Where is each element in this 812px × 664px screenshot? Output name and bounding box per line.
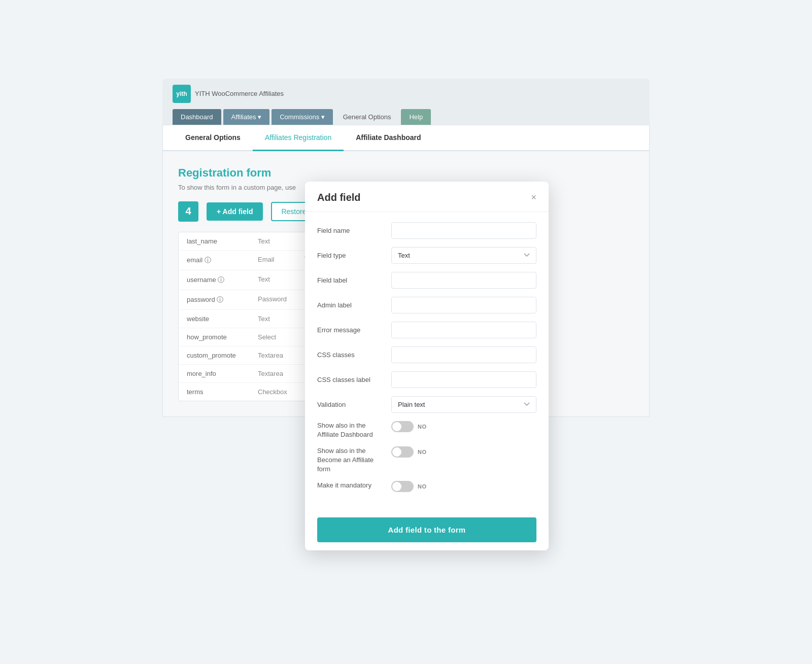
nav-item-commissions[interactable]: Commissions ▾ (272, 109, 333, 125)
mandatory-toggle-label: NO (418, 483, 427, 490)
css-classes-label: CSS classes (317, 351, 383, 359)
nav-item-affiliates[interactable]: Affiliates ▾ (223, 109, 270, 125)
logo-icon: yith (173, 85, 191, 103)
page-title: Registration form (178, 166, 634, 180)
modal-header: Add field × (305, 182, 549, 212)
modal-footer: Add field to the form (305, 509, 549, 550)
tab-general-options[interactable]: General Options (173, 125, 253, 151)
field-label-row: Field label (317, 272, 536, 289)
admin-label-input[interactable] (391, 297, 536, 313)
validation-label: Validation (317, 401, 383, 408)
show-become-toggle-container: NO (391, 446, 427, 458)
add-field-to-form-button[interactable]: Add field to the form (317, 517, 536, 542)
field-name-input[interactable] (391, 222, 536, 239)
show-affiliate-toggle[interactable] (391, 421, 414, 432)
show-affiliate-label: Show also in theAffiliate Dashboard (317, 421, 383, 439)
admin-bar: yith YITH WooCommerce Affiliates (162, 79, 650, 109)
tab-affiliates-registration[interactable]: Affiliates Registration (253, 125, 344, 151)
show-become-label: Show also in theBecome an Affiliateform (317, 446, 383, 474)
tab-affiliate-dashboard[interactable]: Affiliate Dashboard (344, 125, 433, 151)
error-message-row: Error message (317, 322, 536, 338)
field-type-row: Field type Text Email Password Textarea … (317, 247, 536, 264)
mandatory-toggle-container: NO (391, 481, 427, 492)
nav-item-help[interactable]: Help (401, 109, 431, 125)
error-message-label: Error message (317, 326, 383, 334)
modal-title: Add field (317, 192, 361, 203)
mandatory-row: Make it mandatory NO (317, 481, 536, 492)
field-type-label: Field type (317, 252, 383, 259)
validation-select[interactable]: Plain text Email URL Number (391, 396, 536, 413)
error-message-input[interactable] (391, 322, 536, 338)
css-classes-row: CSS classes (317, 346, 536, 363)
css-classes-label-row: CSS classes label (317, 371, 536, 388)
modal-body: Field name Field type Text Email Passwor… (305, 212, 549, 510)
field-label-input[interactable] (391, 272, 536, 289)
css-classes-label-input[interactable] (391, 371, 536, 388)
add-field-button[interactable]: + Add field (207, 202, 263, 221)
show-affiliate-row: Show also in theAffiliate Dashboard NO (317, 421, 536, 439)
field-type-select[interactable]: Text Email Password Textarea Select Chec… (391, 247, 536, 264)
show-affiliate-toggle-container: NO (391, 421, 427, 432)
show-become-toggle[interactable] (391, 446, 414, 458)
show-affiliate-toggle-label: NO (418, 424, 427, 430)
css-classes-label-label: CSS classes label (317, 376, 383, 383)
validation-row: Validation Plain text Email URL Number (317, 396, 536, 413)
show-become-row: Show also in theBecome an Affiliateform … (317, 446, 536, 474)
tabs: General Options Affiliates Registration … (163, 125, 649, 151)
show-become-toggle-label: NO (418, 449, 427, 455)
admin-label-row: Admin label (317, 297, 536, 313)
plugin-name: YITH WooCommerce Affiliates (195, 90, 284, 97)
field-label-label: Field label (317, 276, 383, 284)
step-number: 4 (178, 201, 198, 222)
mandatory-label: Make it mandatory (317, 481, 383, 490)
modal-close-button[interactable]: × (531, 192, 536, 203)
nav-item-general-options[interactable]: General Options (335, 109, 399, 125)
nav-item-dashboard[interactable]: Dashboard (173, 109, 221, 125)
field-name-label: Field name (317, 227, 383, 234)
field-name-row: Field name (317, 222, 536, 239)
logo: yith YITH WooCommerce Affiliates (173, 85, 284, 103)
nav-bar: Dashboard Affiliates ▾ Commissions ▾ Gen… (162, 109, 650, 125)
add-field-modal: Add field × Field name Field type Text (305, 182, 549, 551)
css-classes-input[interactable] (391, 346, 536, 363)
admin-label-label: Admin label (317, 301, 383, 309)
content-area: Registration form To show this form in a… (163, 151, 649, 416)
main-content: General Options Affiliates Registration … (162, 125, 650, 417)
mandatory-toggle[interactable] (391, 481, 414, 492)
